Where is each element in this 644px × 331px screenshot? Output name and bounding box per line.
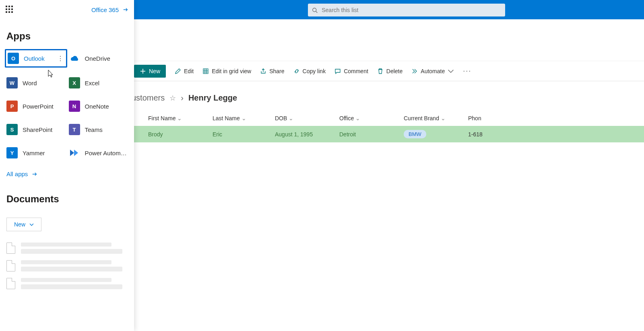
- app-label: Word: [23, 80, 37, 86]
- app-label: Outlook: [24, 55, 45, 62]
- column-first-name[interactable]: First Name⌄: [145, 111, 209, 126]
- outlook-icon: O: [8, 53, 19, 64]
- app-label: OneNote: [85, 103, 109, 110]
- cell-phone: 1-618: [465, 126, 644, 142]
- app-tile-yammer[interactable]: Y Yammer: [5, 145, 67, 161]
- column-last-name[interactable]: Last Name⌄: [209, 111, 272, 126]
- word-icon: W: [6, 77, 18, 88]
- chevron-down-icon: [448, 68, 454, 74]
- file-icon: [6, 260, 15, 271]
- more-commands-button[interactable]: ···: [463, 67, 471, 75]
- powerpoint-icon: P: [6, 101, 18, 112]
- edit-grid-button[interactable]: Edit in grid view: [202, 68, 251, 74]
- app-launcher-panel: Office 365 Apps O Outlook ⋮ OneDrive W W…: [0, 0, 134, 331]
- chevron-down-icon: [29, 222, 34, 227]
- trash-icon: [377, 68, 384, 74]
- search-input[interactable]: [322, 7, 501, 13]
- link-icon: [293, 68, 300, 74]
- comment-button[interactable]: Comment: [334, 68, 368, 74]
- app-tile-onenote[interactable]: N OneNote: [67, 98, 130, 114]
- cell-dob: August 1, 1995: [272, 126, 336, 142]
- document-placeholder: [0, 257, 134, 275]
- onedrive-icon: [69, 53, 80, 64]
- app-label: Excel: [85, 80, 100, 86]
- favorite-star-icon[interactable]: ☆: [169, 94, 176, 103]
- app-label: Teams: [85, 126, 103, 133]
- cell-last-name: Eric: [209, 126, 272, 142]
- waffle-icon[interactable]: [6, 6, 14, 14]
- breadcrumb-current: Henry Legge: [188, 93, 237, 103]
- comment-icon: [334, 68, 341, 74]
- app-tile-sharepoint[interactable]: S SharePoint: [5, 121, 67, 138]
- document-placeholder: [0, 239, 134, 257]
- search-box[interactable]: [308, 4, 505, 16]
- sharepoint-icon: S: [6, 124, 18, 135]
- share-icon: [260, 68, 266, 74]
- cell-office: Detroit: [336, 126, 400, 142]
- app-label: Yammer: [23, 150, 45, 156]
- office365-link[interactable]: Office 365: [91, 6, 128, 13]
- launcher-topbar: Office 365: [0, 0, 134, 19]
- app-tile-outlook[interactable]: O Outlook ⋮: [5, 49, 67, 68]
- breadcrumb-separator: ›: [181, 93, 184, 103]
- app-label: Power Autom…: [85, 150, 127, 156]
- file-icon: [6, 278, 15, 289]
- app-tile-onedrive[interactable]: OneDrive: [67, 49, 130, 68]
- column-phone[interactable]: Phon: [465, 111, 644, 126]
- edit-button[interactable]: Edit: [175, 68, 194, 74]
- column-office[interactable]: Office⌄: [336, 111, 400, 126]
- app-tile-teams[interactable]: T Teams: [67, 121, 130, 138]
- arrow-right-icon: [123, 7, 128, 12]
- document-placeholder: [0, 275, 134, 292]
- column-current-brand[interactable]: Current Brand⌄: [400, 111, 465, 126]
- new-button-label: New: [149, 68, 160, 74]
- svg-point-0: [313, 8, 316, 12]
- app-tile-powerpoint[interactable]: P PowerPoint: [5, 98, 67, 114]
- flow-icon: [411, 68, 418, 74]
- delete-button[interactable]: Delete: [377, 68, 402, 74]
- app-tile-menu-icon[interactable]: ⋮: [57, 55, 64, 62]
- all-apps-link[interactable]: All apps: [6, 171, 128, 177]
- onenote-icon: N: [69, 101, 80, 112]
- app-tile-power-automate[interactable]: Power Autom…: [67, 145, 130, 161]
- app-tile-word[interactable]: W Word: [5, 75, 67, 91]
- app-label: PowerPoint: [23, 103, 54, 110]
- app-tile-excel[interactable]: X Excel: [67, 75, 130, 91]
- pencil-icon: [175, 68, 181, 74]
- brand-pill: BMW: [404, 130, 426, 138]
- cell-first-name: Brody: [145, 126, 209, 142]
- breadcrumb-list[interactable]: ustomers: [132, 93, 165, 103]
- apps-heading: Apps: [6, 31, 128, 42]
- svg-line-1: [316, 11, 318, 13]
- app-label: OneDrive: [85, 55, 110, 62]
- file-icon: [6, 243, 15, 254]
- grid-icon: [202, 68, 209, 74]
- apps-grid: O Outlook ⋮ OneDrive W Word X Excel P Po…: [0, 49, 134, 161]
- excel-icon: X: [69, 77, 80, 88]
- power-automate-icon: [69, 147, 80, 158]
- column-dob[interactable]: DOB⌄: [272, 111, 336, 126]
- arrow-right-icon: [32, 171, 37, 177]
- teams-icon: T: [69, 124, 80, 135]
- new-document-button[interactable]: New: [6, 218, 41, 231]
- new-button[interactable]: New: [134, 65, 166, 78]
- search-icon: [312, 7, 318, 13]
- documents-heading: Documents: [6, 193, 128, 205]
- plus-icon: [140, 68, 146, 74]
- copy-link-button[interactable]: Copy link: [293, 68, 326, 74]
- yammer-icon: Y: [6, 147, 18, 158]
- app-label: SharePoint: [23, 126, 52, 133]
- svg-rect-4: [203, 69, 208, 74]
- automate-button[interactable]: Automate: [411, 68, 454, 74]
- share-button[interactable]: Share: [260, 68, 284, 74]
